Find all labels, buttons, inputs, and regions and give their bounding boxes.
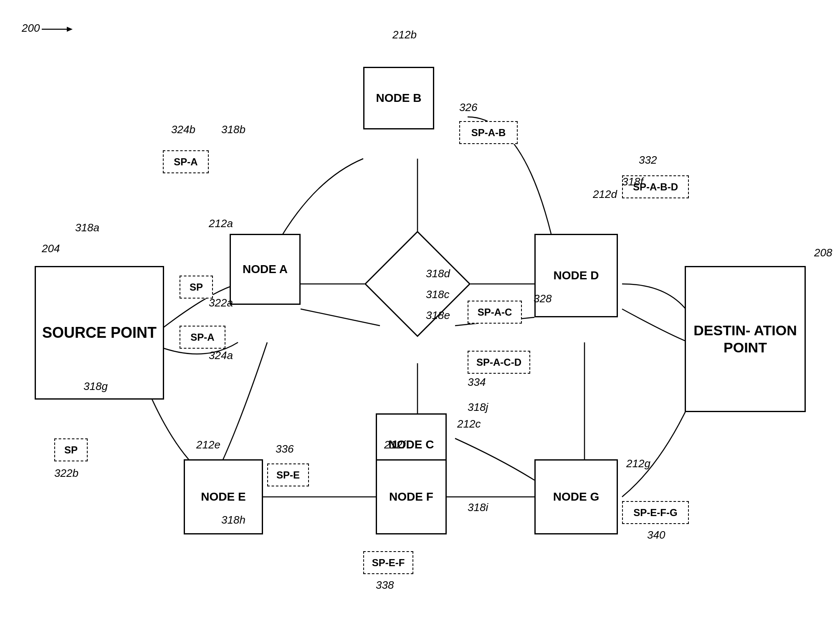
- ref-322b: 322b: [54, 467, 78, 480]
- ref-318h: 318h: [221, 514, 245, 527]
- diagram: 200 SOURCE POINT 204 318a DESTIN- ATION …: [0, 0, 840, 638]
- ref-334: 334: [468, 376, 486, 389]
- ref-212f: 212f: [384, 438, 405, 451]
- ref-212b: 212b: [392, 28, 417, 41]
- svg-marker-3: [67, 27, 73, 32]
- ref-338: 338: [376, 579, 394, 592]
- ref-336: 336: [276, 443, 293, 456]
- ref-212d: 212d: [593, 188, 617, 201]
- ref-212c: 212c: [457, 418, 481, 430]
- sp-acd: SP-A-C-D: [468, 351, 530, 374]
- figure-arrow: [42, 21, 75, 38]
- ref-318d: 318d: [426, 267, 450, 280]
- ref-318e: 318e: [426, 309, 450, 322]
- sp-ef: SP-E-F: [363, 551, 413, 574]
- ref-208: 208: [814, 246, 832, 259]
- ref-322a: 322a: [209, 296, 233, 309]
- node-a: NODE A: [230, 234, 301, 305]
- ref-212g: 212g: [626, 457, 650, 470]
- ref-324a: 324a: [209, 349, 233, 362]
- node-f: NODE F: [376, 459, 447, 534]
- ref-324b: 324b: [171, 123, 195, 136]
- ref-212e: 212e: [196, 438, 220, 451]
- ref-332: 332: [639, 154, 657, 167]
- destination-point-node: DESTIN- ATION POINT: [685, 266, 806, 412]
- sp-a-top: SP-A: [163, 150, 209, 173]
- sp-e: SP-E: [267, 463, 309, 486]
- source-point-node: SOURCE POINT: [35, 266, 164, 400]
- ref-318j: 318j: [468, 401, 488, 414]
- node-g: NODE G: [534, 459, 618, 534]
- ref-318i: 318i: [468, 501, 488, 514]
- sp-top: SP: [180, 276, 213, 299]
- ref-318a: 318a: [75, 221, 99, 234]
- ref-326: 326: [459, 101, 477, 114]
- ref-318c: 318c: [426, 288, 449, 301]
- sp-efg: SP-E-F-G: [622, 501, 689, 524]
- sp-ac: SP-A-C: [468, 301, 522, 324]
- ref-340: 340: [647, 529, 665, 542]
- ref-328: 328: [534, 292, 552, 305]
- ref-318g: 318g: [83, 380, 108, 393]
- ref-318b: 318b: [221, 123, 245, 136]
- sp-a-bot: SP-A: [180, 326, 225, 349]
- ref-212a: 212a: [209, 217, 233, 230]
- figure-number: 200: [22, 22, 40, 35]
- ref-204: 204: [42, 242, 60, 255]
- sp-bot: SP: [54, 438, 88, 461]
- node-b: NODE B: [363, 67, 434, 129]
- sp-ab: SP-A-B: [459, 121, 518, 144]
- diamond-routing: [364, 231, 471, 337]
- ref-318f: 318f: [622, 175, 643, 188]
